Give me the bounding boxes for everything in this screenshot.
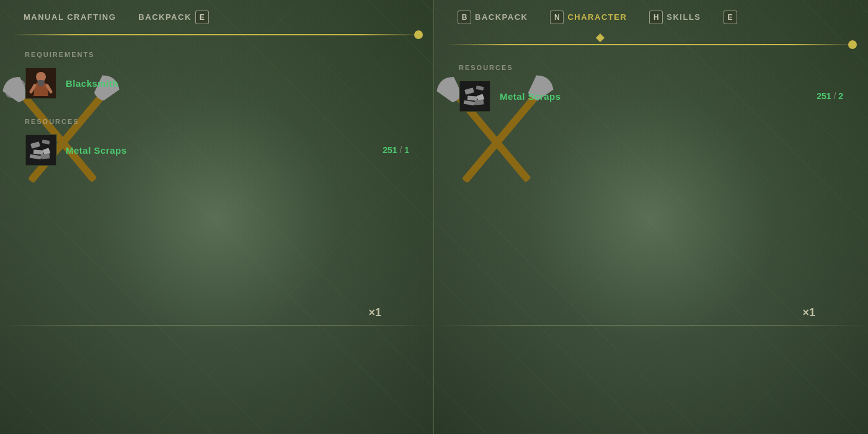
svg-rect-17 <box>467 95 478 100</box>
indicator-space-4 <box>753 34 856 42</box>
resource-count-left: 251 / 1 <box>383 145 409 155</box>
svg-rect-11 <box>41 153 50 159</box>
quantity-left: ×1 <box>368 306 381 319</box>
nav-skills-key: H <box>649 11 663 24</box>
right-panel: B BACKPACK N CHARACTER H SKILLS E <box>434 0 868 434</box>
panel-divider <box>433 0 434 434</box>
nav-backpack-right-key: B <box>458 11 471 24</box>
requirements-section: REQUIREMENTS <box>25 51 409 99</box>
right-nav-bar: B BACKPACK N CHARACTER H SKILLS E <box>434 0 868 34</box>
svg-rect-8 <box>33 149 44 154</box>
nav-backpack-left-label: BACKPACK <box>138 12 191 22</box>
left-panel: MANUAL CRAFTING BACKPACK E <box>0 0 434 434</box>
nav-character[interactable]: N CHARACTER <box>539 0 638 34</box>
nav-manual-crafting-label: MANUAL CRAFTING <box>24 12 116 22</box>
metal-scraps-svg-right <box>460 81 490 111</box>
right-bottom-line <box>434 325 868 326</box>
left-bottom-line <box>0 325 434 326</box>
blacksmith-icon-box <box>25 67 57 99</box>
nav-diamond-character <box>595 33 604 42</box>
svg-rect-5 <box>26 135 56 165</box>
indicator-space-1 <box>446 34 549 42</box>
metal-scraps-icon-box-left <box>25 134 57 166</box>
nav-skills-label: SKILLS <box>666 12 701 22</box>
quantity-right: ×1 <box>802 306 815 319</box>
requirements-label: REQUIREMENTS <box>25 51 409 58</box>
nav-character-label: CHARACTER <box>567 12 627 22</box>
resources-label-right: RESOURCES <box>459 64 843 71</box>
left-nav-bar: MANUAL CRAFTING BACKPACK E <box>0 0 434 34</box>
nav-extra-key: E <box>724 11 737 24</box>
blacksmith-svg <box>26 68 56 98</box>
metal-scraps-svg-left <box>26 135 56 165</box>
requirement-row: Blacksmith <box>25 67 409 99</box>
nav-backpack-left[interactable]: BACKPACK E <box>127 0 219 34</box>
nav-skills[interactable]: H SKILLS <box>638 0 712 34</box>
nav-backpack-right[interactable]: B BACKPACK <box>446 0 539 34</box>
left-content: REQUIREMENTS <box>0 35 434 185</box>
metal-scraps-icon-box-right <box>459 80 491 112</box>
nav-extra[interactable]: E <box>712 0 748 34</box>
blacksmith-name: Blacksmith <box>66 78 118 89</box>
metal-scraps-name-right: Metal Scraps <box>500 91 561 102</box>
metal-scraps-name-left: Metal Scraps <box>66 145 127 156</box>
resource-count-right: 251 / 2 <box>817 91 843 101</box>
svg-rect-14 <box>460 81 490 111</box>
nav-backpack-right-label: BACKPACK <box>475 12 528 22</box>
resources-section-left: RESOURCES Metal Scraps <box>25 118 409 166</box>
nav-backpack-left-key: E <box>195 11 209 24</box>
resource-row-right: Metal Scraps 251 / 2 <box>459 80 843 112</box>
resources-section-right: RESOURCES Metal Scraps 251 / 2 <box>459 64 843 112</box>
resource-row-left: Metal Scraps 251 / 1 <box>25 134 409 166</box>
resources-label-left: RESOURCES <box>25 118 409 125</box>
indicator-space-3 <box>651 34 753 42</box>
right-nav-indicators <box>434 34 868 42</box>
indicator-space-2 <box>549 34 651 42</box>
svg-rect-20 <box>475 99 484 105</box>
right-content: RESOURCES Metal Scraps 251 / 2 <box>434 45 868 131</box>
nav-character-key: N <box>550 11 564 24</box>
nav-manual-crafting[interactable]: MANUAL CRAFTING <box>12 0 127 34</box>
